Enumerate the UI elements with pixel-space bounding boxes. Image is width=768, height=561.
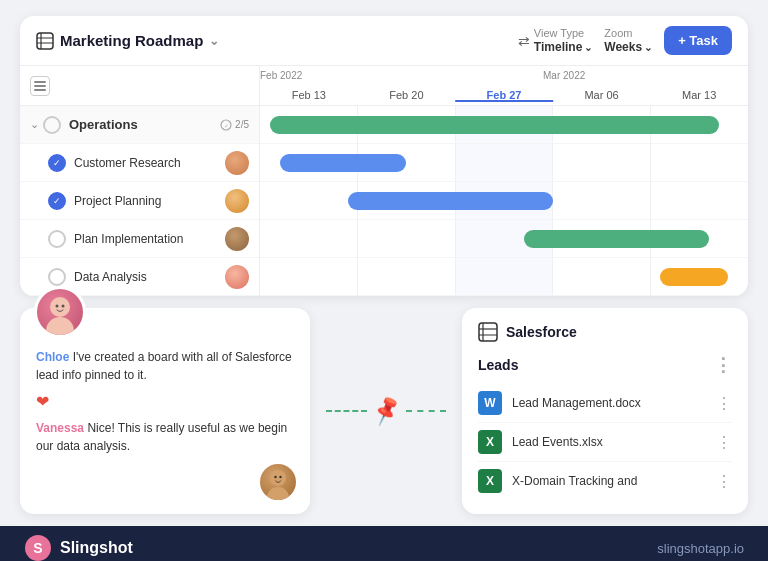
salesforce-icon [478,322,498,342]
svg-rect-5 [34,85,46,87]
svg-text:✓: ✓ [224,123,229,129]
bar-project-planning [348,192,553,210]
svg-point-9 [50,297,70,317]
main-area: Marketing Roadmap ⌄ ⇄ View Type Timeline… [0,0,768,526]
svg-rect-17 [479,323,497,341]
sf-file-row-2: X X-Domain Tracking and ⋮ [478,462,732,500]
svg-point-16 [279,476,281,478]
bar-operations [270,116,719,134]
gantt-timeline-header: Feb 2022 Mar 2022 Feb 13 Feb 20 Feb 27 [260,66,748,106]
pin-icon: 📌 [369,394,403,428]
footer-brand: S Slingshot [24,534,133,561]
zoom-label: Zoom [604,27,652,40]
section-label: Operations [69,117,214,132]
bar-row-customer-research [260,144,748,182]
svg-rect-0 [37,33,53,49]
sf-dots-header[interactable]: ⋮ [714,354,732,376]
vanessa-avatar [260,464,296,500]
sf-file-name-2: X-Domain Tracking and [512,474,706,488]
view-type-label: View Type [534,27,592,40]
dashed-line-left [326,410,367,412]
task-check-plan-implementation[interactable] [48,230,66,248]
vanessa-message: Vanessa Nice! This is really useful as w… [36,419,294,455]
salesforce-card: Salesforce Leads ⋮ W Lead Management.doc… [462,308,748,514]
bar-customer-research [280,154,407,172]
task-row-customer-research: ✓ Customer Research [20,144,259,182]
bar-row-operations [260,106,748,144]
section-circle [43,116,61,134]
excel-icon-1: X [478,430,502,454]
avatar-project-planning [225,189,249,213]
svg-rect-4 [34,81,46,83]
sf-file-row-1: X Lead Events.xlsx ⋮ [478,423,732,462]
bar-row-data-analysis [260,258,748,296]
avatar-plan-implementation [225,227,249,251]
svg-point-11 [56,305,59,308]
week-col-mar06: Mar 06 [553,89,651,101]
task-label-customer-research: Customer Research [74,156,225,170]
bottom-section: Chloe I've created a board with all of S… [20,308,748,514]
month-mar: Mar 2022 [543,70,585,81]
avatar-customer-research [225,151,249,175]
gantt-controls: ⇄ View Type Timeline ⌄ Zoom Weeks [518,26,732,55]
task-label-project-planning: Project Planning [74,194,225,208]
sf-file-dots-0[interactable]: ⋮ [716,394,732,413]
week-col-feb20: Feb 20 [358,89,456,101]
svg-rect-6 [34,89,46,91]
chat-bubble: Chloe I've created a board with all of S… [20,308,310,514]
zoom-control[interactable]: Zoom Weeks ⌄ [604,27,652,54]
week-col-feb27: Feb 27 [455,89,553,101]
svg-point-13 [270,470,286,486]
svg-point-12 [62,305,65,308]
bar-data-analysis [660,268,728,286]
gantt-left-panel: ⌄ Operations ✓ 2/5 ✓ Customer Research [20,66,260,296]
sf-file-dots-1[interactable]: ⋮ [716,433,732,452]
heart-reaction[interactable]: ❤ [36,392,294,411]
bar-row-plan-implementation [260,220,748,258]
footer-brand-name: Slingshot [60,539,133,557]
excel-icon-2: X [478,469,502,493]
gantt-title-icon [36,32,54,50]
chloe-name: Chloe [36,350,69,364]
chloe-avatar [34,286,86,338]
connector: 📌 [326,308,446,514]
vanessa-name: Vanessa [36,421,84,435]
task-label-plan-implementation: Plan Implementation [74,232,225,246]
collapse-icon[interactable] [30,76,50,96]
task-check-customer-research[interactable]: ✓ [48,154,66,172]
task-badge: ✓ 2/5 [220,119,249,131]
task-row-plan-implementation: Plan Implementation [20,220,259,258]
chloe-message: Chloe I've created a board with all of S… [36,348,294,384]
gantt-title: Marketing Roadmap ⌄ [36,32,510,50]
svg-point-15 [274,476,276,478]
sf-header: Salesforce [478,322,732,342]
footer: S Slingshot slingshotapp.io [0,526,768,561]
sf-file-name-1: Lead Events.xlsx [512,435,706,449]
task-check-data-analysis[interactable] [48,268,66,286]
week-col-feb13: Feb 13 [260,89,358,101]
view-type-icon: ⇄ [518,33,530,49]
gantt-right-panel: Feb 2022 Mar 2022 Feb 13 Feb 20 Feb 27 [260,66,748,296]
zoom-value[interactable]: Weeks ⌄ [604,40,652,54]
add-task-button[interactable]: + Task [664,26,732,55]
chloe-message-text: I've created a board with all of Salesfo… [36,350,292,382]
view-type-value[interactable]: Timeline ⌄ [534,40,592,54]
svg-point-14 [267,487,289,500]
task-label-data-analysis: Data Analysis [74,270,225,284]
view-type-control[interactable]: ⇄ View Type Timeline ⌄ [518,27,592,54]
bar-row-project-planning [260,182,748,220]
dashed-line-right [406,410,447,412]
sf-file-dots-2[interactable]: ⋮ [716,472,732,491]
sf-file-row-0: W Lead Management.docx ⋮ [478,384,732,423]
expand-icon[interactable]: ⌄ [30,118,39,131]
board-title: Marketing Roadmap [60,32,203,49]
section-row-operations: ⌄ Operations ✓ 2/5 [20,106,259,144]
task-check-project-planning[interactable]: ✓ [48,192,66,210]
footer-url: slingshotapp.io [657,541,744,556]
bar-plan-implementation [524,230,709,248]
svg-point-10 [46,317,74,335]
month-feb: Feb 2022 [260,70,302,81]
chevron-down-icon[interactable]: ⌄ [209,34,219,48]
week-col-mar13: Mar 13 [650,89,748,101]
gantt-left-header [20,66,259,106]
